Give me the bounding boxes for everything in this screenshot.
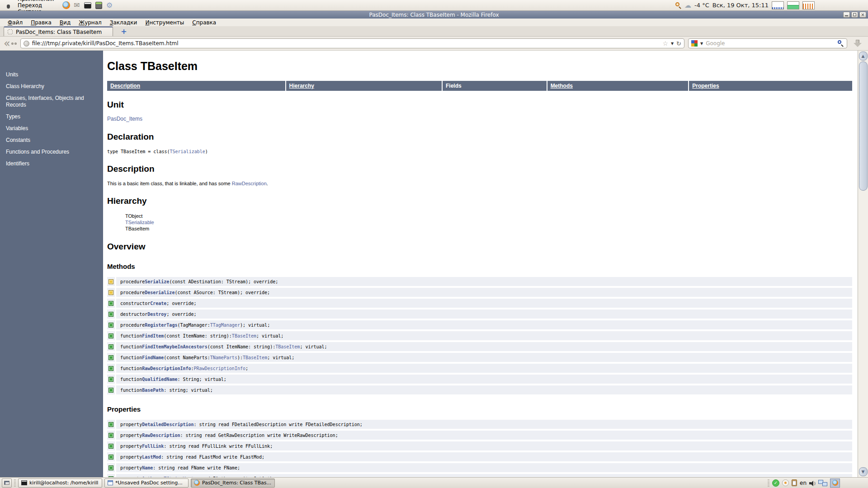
sidebar-link-identifiers[interactable]: Identifiers [6,160,98,167]
search-go-icon[interactable] [838,40,844,47]
sidebar-link-class-hierarchy[interactable]: Class Hierarchy [6,83,98,90]
code-cell: constructor Create; override; [116,299,852,308]
close-button[interactable]: × [859,12,866,18]
speaker-icon[interactable]: ) [809,480,816,486]
firefox-launcher-icon[interactable] [62,1,71,9]
code-link[interactable]: LastMod [142,455,161,460]
unit-link[interactable]: PasDoc_Items [107,116,852,122]
firefox-tray-icon[interactable] [830,479,840,488]
url-bar[interactable]: file:///tmp/.private/kirill/PasDoc_Items… [20,38,684,48]
code-link[interactable]: Create [150,301,166,306]
code-link[interactable]: TTagManager [210,323,240,328]
download-arrow-button[interactable] [851,40,864,47]
code-link[interactable]: TBaseItem [275,344,300,349]
code-link[interactable]: FindItem [142,333,164,338]
maximize-button[interactable] [851,12,858,18]
site-identity-icon[interactable] [24,41,29,47]
terminal-launcher-icon[interactable] [84,1,92,9]
back-button[interactable]: « [4,39,17,48]
window-titlebar[interactable]: PasDoc_Items: Class TBaseItem - Mozilla … [0,11,868,19]
gnome-foot-icon[interactable] [5,2,12,9]
code-link[interactable]: BasePath [142,388,164,393]
sidebar-link-constants[interactable]: Constants [6,137,98,144]
code-text: function [120,377,142,382]
taskbar-button-2[interactable]: PasDoc_Items: Class TBas... [191,479,275,488]
taskbar-button-0[interactable]: kirill@localhost: /home/kirill [18,479,102,488]
search-tracker-icon[interactable] [675,2,681,8]
sidebar-link-classes-interfaces-objects-and-records[interactable]: Classes, Interfaces, Objects and Records [6,95,98,108]
menubar-item-5[interactable]: Инструменты [141,19,188,26]
gear-launcher-icon[interactable]: ⚙ [105,1,114,9]
menubar-item-3[interactable]: Журнал [75,19,106,26]
volume-knob-icon[interactable] [782,479,789,486]
sidebar-link-functions-and-procedures[interactable]: Functions and Procedures [6,149,98,155]
code-cell: function FindItem(const ItemName: string… [116,331,852,340]
code-link[interactable]: TBaseItem [243,355,267,360]
window-list-button[interactable] [2,479,12,488]
doc-nav-link-methods[interactable]: Methods [551,83,573,89]
code-link[interactable]: RawDescriptionInfo [142,366,191,371]
search-bar[interactable]: ▼ Google [688,38,847,48]
code-link[interactable]: Name [142,465,153,470]
code-link[interactable]: PRawDescriptionInfo [194,366,245,371]
new-tab-button[interactable]: + [118,27,129,36]
sidebar-link-units[interactable]: Units [6,71,98,78]
hierarchy-item-tserializable[interactable]: TSerializable [125,219,852,225]
code-link[interactable]: QualifiedName [142,377,177,382]
clipboard-icon[interactable] [792,479,797,486]
task-buttons: kirill@localhost: /home/kirill*Unsaved P… [18,479,275,488]
code-link[interactable]: Deserialize [145,290,175,295]
search-placeholder[interactable]: Google [706,40,725,47]
code-link[interactable]: DetailedDescription [142,422,193,427]
menubar-item-2[interactable]: Вид [56,19,75,26]
menubar-item-1[interactable]: Правка [27,19,56,26]
reload-icon[interactable]: ↻ [676,40,681,47]
sidebar-link-types[interactable]: Types [6,113,98,120]
menubar-item-4[interactable]: Закладки [106,19,142,26]
code-link[interactable]: FindItemMaybeInAncestors [142,344,208,349]
minimize-button[interactable] [843,12,850,18]
code-link[interactable]: Serialize [145,279,169,284]
code-link[interactable]: FindName [142,355,164,360]
bookmark-star-icon[interactable]: ☆ [662,40,668,47]
code-link[interactable]: TNameParts [210,355,237,360]
weather-icon[interactable]: ☁ [684,1,691,9]
menubar-item-0[interactable]: Файл [4,19,27,26]
google-engine-icon[interactable] [691,40,698,47]
calculator-launcher-icon[interactable] [94,1,103,9]
url-dropdown-icon[interactable]: ▼ [671,42,674,46]
page-title: Class TBaseItem [107,60,852,73]
code-link[interactable]: RawDescription [232,181,267,186]
code-link[interactable]: TBaseItem [232,333,256,338]
keyboard-layout-indicator[interactable]: en [800,480,807,486]
network-monitor-applet[interactable] [772,1,784,9]
code-link[interactable]: TSerializable [170,149,205,154]
search-engine-dropdown-icon[interactable]: ▼ [700,42,703,46]
clock[interactable]: Вск, 19 Окт, 15:11 [712,2,769,9]
scrollbar-thumb[interactable] [859,61,868,191]
code-link[interactable]: RegisterTags [145,323,177,328]
code-text: function [120,333,142,338]
update-ok-icon[interactable]: ✓ [772,479,779,487]
url-text[interactable]: file:///tmp/.private/kirill/PasDoc_Items… [32,40,179,47]
network-monitors-icon[interactable] [818,480,827,486]
tab-active[interactable]: PasDoc_Items: Class TBaseItem [4,26,113,36]
scrollbar-down-icon[interactable]: ▼ [859,467,868,476]
scrollbar-up-icon[interactable]: ▲ [859,52,868,61]
code-link[interactable]: FullLink [142,444,164,449]
doc-nav-link-properties[interactable]: Properties [692,83,719,89]
code-link[interactable]: RawDescription [142,433,180,438]
code-link[interactable]: Destroy [147,312,166,317]
doc-nav-link-hierarchy[interactable]: Hierarchy [289,83,314,89]
cpu-monitor-applet[interactable] [802,1,815,9]
mail-launcher-icon[interactable]: ✉ [73,1,81,9]
memory-monitor-applet[interactable] [787,1,799,9]
sidebar-link-variables[interactable]: Variables [6,125,98,132]
taskbar-button-1[interactable]: *Unsaved PasDoc setting... [104,479,189,488]
page-scrollbar[interactable]: ▲ ▼ [858,51,868,477]
panel-menu-1[interactable]: Переход [14,2,58,9]
doc-nav-link-description[interactable]: Description [110,83,140,89]
doc-nav-cell-properties: Properties [689,81,852,91]
weather-temperature[interactable]: -4 °C [694,2,709,9]
menubar-item-6[interactable]: Справка [188,19,220,26]
